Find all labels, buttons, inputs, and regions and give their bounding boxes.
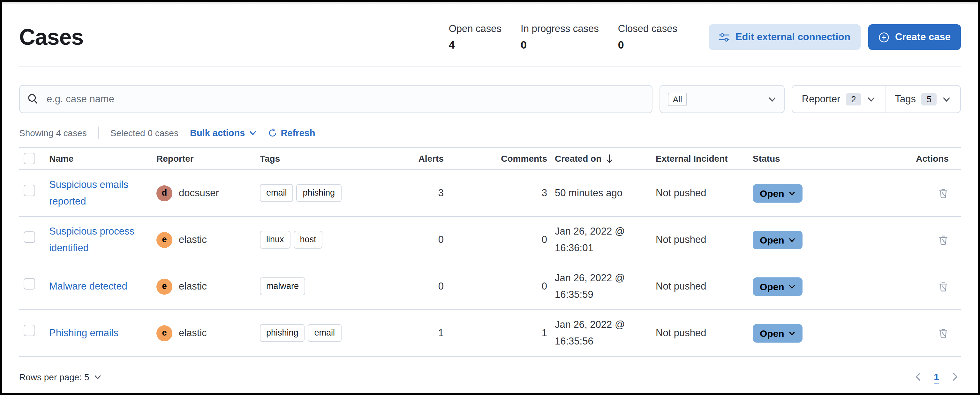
- edit-external-connection-button[interactable]: Edit external connection: [709, 24, 861, 50]
- reporter-avatar: d: [156, 185, 172, 201]
- stat-in-progress-cases: In progress cases 0: [521, 23, 599, 51]
- tags-cell: phishingemail: [260, 324, 361, 342]
- tags-cell: linuxhost: [260, 231, 361, 249]
- tags-filter-button[interactable]: Tags 5: [885, 86, 960, 112]
- table-body: Suspicious emails reported d docsuser em…: [19, 170, 961, 357]
- plus-circle-icon: [878, 32, 889, 43]
- status-badge[interactable]: Open: [753, 277, 803, 296]
- external-incident-status: Not pushed: [655, 231, 753, 248]
- created-on: Jan 26, 2022 @ 16:36:01: [555, 223, 655, 256]
- row-checkbox[interactable]: [24, 325, 35, 336]
- column-header-tags[interactable]: Tags: [260, 154, 361, 164]
- delete-case-button[interactable]: [935, 185, 951, 201]
- row-checkbox[interactable]: [24, 278, 35, 289]
- reporter-name: elastic: [179, 325, 207, 341]
- cases-table: Name Reporter Tags Alerts Comments Creat…: [19, 147, 961, 357]
- alerts-count: 0: [361, 278, 451, 294]
- comments-count: 0: [451, 231, 555, 248]
- table-row: Suspicious emails reported d docsuser em…: [19, 170, 961, 217]
- reporter-avatar: e: [156, 278, 172, 294]
- external-incident-status: Not pushed: [655, 325, 753, 341]
- column-header-external-incident[interactable]: External Incident: [655, 154, 753, 164]
- delete-case-button[interactable]: [935, 232, 951, 248]
- external-incident-status: Not pushed: [655, 278, 753, 294]
- status-badge[interactable]: Open: [753, 324, 803, 342]
- page-header: Cases Open cases 4 In progress cases 0 C…: [19, 5, 961, 56]
- stat-open-cases: Open cases 4: [449, 23, 501, 51]
- case-name-link[interactable]: Phishing emails: [49, 327, 118, 338]
- comments-count: 1: [451, 325, 555, 341]
- search-input[interactable]: [19, 85, 652, 113]
- reporter-avatar: e: [156, 325, 172, 341]
- chevron-down-icon: [942, 95, 951, 103]
- tag-badge: linux: [260, 231, 291, 249]
- reporter-count-badge: 2: [846, 93, 861, 105]
- bulk-actions-button[interactable]: Bulk actions: [190, 128, 256, 138]
- page-number-1[interactable]: 1: [934, 371, 939, 382]
- external-incident-status: Not pushed: [655, 185, 753, 201]
- column-header-comments[interactable]: Comments: [451, 154, 555, 164]
- column-header-reporter[interactable]: Reporter: [156, 154, 260, 164]
- alerts-count: 3: [361, 185, 451, 201]
- column-header-created-on[interactable]: Created on: [555, 154, 655, 164]
- chevron-down-icon: [789, 190, 796, 197]
- case-name-link[interactable]: Malware detected: [49, 281, 127, 291]
- delete-case-button[interactable]: [935, 325, 951, 341]
- table-header-row: Name Reporter Tags Alerts Comments Creat…: [19, 147, 961, 170]
- chevron-down-icon: [768, 95, 776, 103]
- comments-count: 0: [451, 278, 555, 294]
- row-checkbox[interactable]: [24, 185, 35, 196]
- column-header-alerts[interactable]: Alerts: [361, 154, 451, 164]
- column-header-name[interactable]: Name: [49, 154, 156, 164]
- status-filter-select[interactable]: All: [660, 85, 784, 113]
- reporter-filter-button[interactable]: Reporter 2: [792, 86, 885, 112]
- refresh-icon: [268, 128, 277, 138]
- rows-per-page-button[interactable]: Rows per page: 5: [19, 372, 101, 382]
- chevron-left-icon[interactable]: [912, 371, 924, 383]
- case-stats: Open cases 4 In progress cases 0 Closed …: [449, 23, 678, 51]
- trash-icon: [938, 187, 949, 198]
- page-title: Cases: [19, 24, 83, 50]
- create-case-button[interactable]: Create case: [868, 24, 961, 50]
- chevron-down-icon: [789, 283, 796, 290]
- showing-cases-text: Showing 4 cases: [19, 128, 87, 138]
- chevron-down-icon: [249, 129, 256, 137]
- created-on: 50 minutes ago: [555, 185, 655, 201]
- refresh-button[interactable]: Refresh: [268, 128, 315, 138]
- status-badge[interactable]: Open: [753, 184, 803, 202]
- chevron-right-icon[interactable]: [949, 371, 961, 383]
- case-name-link[interactable]: Suspicious process identified: [49, 226, 134, 253]
- top-strip: [2, 2, 978, 5]
- case-name-link[interactable]: Suspicious emails reported: [49, 179, 128, 206]
- tag-badge: phishing: [260, 324, 305, 342]
- select-all-checkbox[interactable]: [24, 153, 35, 164]
- chevron-down-icon: [789, 329, 796, 336]
- filter-row: All Reporter 2: [19, 85, 961, 113]
- tag-badge: host: [294, 231, 323, 249]
- created-on: Jan 26, 2022 @ 16:35:56: [555, 317, 655, 349]
- table-row: Suspicious process identified e elastic …: [19, 217, 961, 263]
- tag-badge: email: [308, 324, 342, 342]
- pagination: 1: [912, 371, 961, 383]
- trash-icon: [938, 234, 949, 245]
- status-badge[interactable]: Open: [753, 230, 803, 249]
- cases-page: Cases Open cases 4 In progress cases 0 C…: [0, 0, 980, 395]
- tag-badge: malware: [260, 277, 305, 296]
- alerts-count: 0: [361, 231, 451, 248]
- column-header-status[interactable]: Status: [753, 154, 834, 164]
- alerts-count: 1: [361, 325, 451, 341]
- tag-badge: email: [260, 184, 293, 202]
- tags-count-badge: 5: [921, 93, 937, 105]
- trash-icon: [938, 328, 949, 338]
- chevron-down-icon: [94, 373, 101, 381]
- filter-group: Reporter 2 Tags 5: [792, 85, 961, 113]
- sliders-icon: [719, 32, 730, 43]
- search-icon: [27, 93, 38, 104]
- trash-icon: [938, 281, 949, 292]
- created-on: Jan 26, 2022 @ 16:35:59: [555, 270, 655, 303]
- utility-divider: [98, 126, 99, 139]
- table-row: Malware detected e elastic malware 0 0 J…: [19, 263, 961, 310]
- row-checkbox[interactable]: [24, 231, 35, 243]
- delete-case-button[interactable]: [935, 278, 951, 294]
- reporter-name: elastic: [179, 278, 207, 294]
